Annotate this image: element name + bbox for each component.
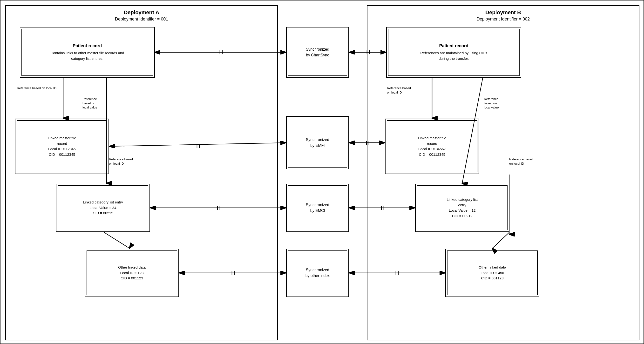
label-ref-local-id-b1: Reference basedon local ID	[387, 86, 411, 94]
other-linked-a: Other linked dataLocal ID = 123CID = 001…	[85, 249, 179, 297]
linked-cat-b-text: Linked category listentryLocal Value = 1…	[447, 197, 478, 219]
sync-chartsync-text: Synchronizedby ChartSync	[306, 46, 329, 58]
sync-other: Synchronizedby other index	[286, 249, 349, 297]
other-linked-b-text: Other linked dataLocal ID = 456CID = 001…	[478, 265, 506, 281]
sync-other-text: Synchronizedby other index	[306, 267, 330, 279]
sync-chartsync: Synchronizedby ChartSync	[286, 27, 349, 78]
patient-a-text: Contains links to other master file reco…	[50, 50, 124, 61]
label-ref-local-id-a1: Reference based on local ID	[17, 86, 56, 90]
patient-b-text: References are maintained by using CIDsd…	[420, 50, 487, 61]
deployment-a-header: Deployment A Deployment Identifier = 001	[6, 6, 277, 24]
linked-master-b-text: Linked master filerecordLocal ID = 34567…	[418, 136, 446, 157]
linked-master-b: Linked master filerecordLocal ID = 34567…	[385, 118, 479, 174]
linked-cat-a-text: Linked category list entryLocal Value = …	[83, 200, 123, 216]
deployment-b-header: Deployment B Deployment Identifier = 002	[368, 6, 639, 24]
label-ref-local-value-b: Referencebased onlocal value	[484, 97, 498, 110]
linked-master-a-text: Linked master filerecordLocal ID = 12345…	[48, 136, 76, 157]
deployment-b-subtitle: Deployment Identifier = 002	[370, 17, 636, 22]
sync-emci-text: Synchronizedby EMCl	[306, 202, 329, 214]
deployment-a-title: Deployment A	[8, 10, 275, 16]
linked-cat-b: Linked category listentryLocal Value = 1…	[415, 184, 509, 232]
sync-emfi: Synchronizedby EMFI	[286, 116, 349, 169]
sync-emfi-text: Synchronizedby EMFI	[306, 137, 329, 148]
patient-record-b: Patient record References are maintained…	[386, 27, 521, 78]
other-linked-b: Other linked dataLocal ID = 456CID = 001…	[445, 249, 539, 297]
linked-cat-a: Linked category list entryLocal Value = …	[56, 184, 150, 232]
label-ref-local-id-b2: Reference basedon local ID	[509, 157, 533, 166]
patient-record-a: Patient record Contains links to other m…	[20, 27, 155, 78]
other-linked-a-text: Other linked dataLocal ID = 123CID = 001…	[118, 265, 146, 281]
patient-a-title: Patient record	[72, 44, 102, 48]
label-ref-local-value-a: Referencebased onlocal value	[82, 97, 97, 110]
deployment-b-title: Deployment B	[370, 10, 636, 16]
sync-emci: Synchronizedby EMCl	[286, 184, 349, 232]
label-ref-local-id-a2: Reference basedon local ID	[109, 157, 133, 166]
linked-master-a: Linked master filerecordLocal ID = 12345…	[15, 118, 109, 174]
patient-b-title: Patient record	[439, 44, 468, 48]
deployment-a-subtitle: Deployment Identifier = 001	[8, 17, 275, 22]
diagram: Deployment A Deployment Identifier = 001…	[0, 0, 644, 344]
